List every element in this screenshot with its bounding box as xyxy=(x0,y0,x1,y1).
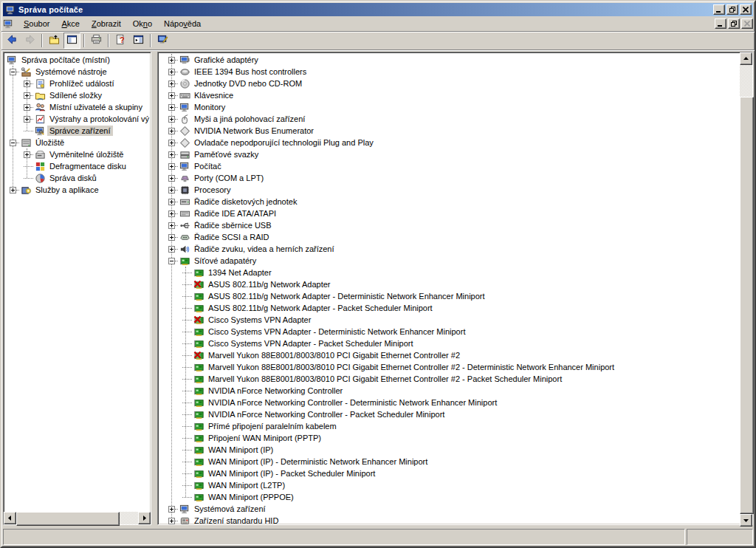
tree-item[interactable]: Prohlížeč událostí xyxy=(4,78,151,89)
tree-item[interactable]: Marvell Yukon 88E8001/8003/8010 PCI Giga… xyxy=(158,349,740,361)
horizontal-scrollbar[interactable] xyxy=(4,512,151,524)
scroll-right-button[interactable] xyxy=(138,512,151,524)
tree-item[interactable]: Defragmentace disku xyxy=(4,160,151,172)
tree-item[interactable]: Řadiče sběrnice USB xyxy=(158,219,740,231)
expand-toggle[interactable] xyxy=(168,199,175,205)
customize-view-button[interactable] xyxy=(154,32,171,49)
restore-button[interactable] xyxy=(726,4,738,15)
expand-toggle[interactable] xyxy=(24,151,30,158)
expand-toggle[interactable] xyxy=(168,69,175,75)
expand-toggle[interactable] xyxy=(168,140,175,146)
tree-item[interactable]: Cisco Systems VPN Adapter - Packet Sched… xyxy=(158,338,740,349)
menu-akce[interactable]: Akce xyxy=(55,17,85,30)
expand-toggle[interactable] xyxy=(24,81,30,87)
collapse-toggle[interactable] xyxy=(168,258,175,264)
tree-item[interactable]: WAN Miniport (IP) xyxy=(158,444,740,456)
show-console-tree-button[interactable] xyxy=(63,32,80,49)
tree-item[interactable]: Připojení WAN Miniport (PPTP) xyxy=(158,432,740,444)
tree-item[interactable]: Síťové adapatéry xyxy=(158,255,740,267)
tree-item[interactable]: Řadiče IDE ATA/ATAPI xyxy=(158,208,740,219)
tree-item[interactable]: NVIDIA nForce Networking Controller - De… xyxy=(158,397,740,408)
tree-item[interactable]: Ovladače nepodporující technologii Plug … xyxy=(158,137,740,148)
scroll-left-button[interactable] xyxy=(4,512,16,524)
tree-item[interactable]: WAN Miniport (PPPOE) xyxy=(158,491,740,503)
tree-item[interactable]: ASUS 802.11b/g Network Adapter xyxy=(158,278,740,290)
help-button[interactable]: ? xyxy=(112,32,129,49)
tree-item[interactable]: Řadiče SCSI a RAID xyxy=(158,231,740,243)
panel-splitter[interactable] xyxy=(151,52,157,525)
print-button[interactable] xyxy=(88,32,105,49)
scrollbar-thumb[interactable] xyxy=(740,97,754,514)
tree-item[interactable]: Počítač xyxy=(158,160,740,172)
tree-item[interactable]: ASUS 802.11b/g Network Adapter - Packet … xyxy=(158,302,740,314)
tree-item[interactable]: Grafické adaptéry xyxy=(158,54,740,66)
expand-toggle[interactable] xyxy=(168,234,175,241)
tree-item[interactable]: Cisco Systems VPN Adapter - Deterministi… xyxy=(158,326,740,338)
tree-item[interactable]: Vyměnitelné úložiště xyxy=(4,148,151,160)
child-restore-button[interactable] xyxy=(728,18,740,29)
expand-toggle[interactable] xyxy=(168,92,175,99)
tree-item[interactable]: 1394 Net Adapter xyxy=(158,267,740,278)
tree-item[interactable]: Služby a aplikace xyxy=(4,184,151,196)
expand-toggle[interactable] xyxy=(168,81,175,87)
tree-item[interactable]: Sdílené složky xyxy=(4,89,151,101)
tree-item[interactable]: Správa počítače (místní) xyxy=(4,54,151,66)
tree-item[interactable]: Porty (COM a LPT) xyxy=(158,172,740,184)
expand-toggle[interactable] xyxy=(10,187,16,193)
scroll-up-button[interactable] xyxy=(740,52,752,65)
expand-toggle[interactable] xyxy=(168,222,175,229)
collapse-toggle[interactable] xyxy=(10,69,16,75)
console-window-icon[interactable] xyxy=(3,18,16,30)
tree-item[interactable]: Přímé připojení paralelním kabelem xyxy=(158,420,740,432)
tree-item[interactable]: Výstrahy a protokolování vý xyxy=(4,113,151,125)
tree-item[interactable]: Řadiče disketových jednotek xyxy=(158,196,740,208)
expand-toggle[interactable] xyxy=(168,128,175,134)
tree-item[interactable]: Zařízení standardu HID xyxy=(158,515,740,524)
up-one-level-button[interactable] xyxy=(46,32,63,49)
tree-item[interactable]: WAN Miniport (IP) - Packet Scheduler Min… xyxy=(158,467,740,479)
menu-soubor[interactable]: Soubor xyxy=(18,17,55,30)
scrollbar-track[interactable] xyxy=(120,512,138,524)
expand-toggle[interactable] xyxy=(168,246,175,253)
tree-item[interactable]: Správa disků xyxy=(4,172,151,184)
tree-item[interactable]: Systémová zařízení xyxy=(158,503,740,515)
tree-item[interactable]: NVIDIA nForce Networking Controller - Pa… xyxy=(158,408,740,420)
menu-okno[interactable]: Okno xyxy=(127,17,158,30)
menu-n-pov-da[interactable]: Nápověda xyxy=(158,17,207,30)
tree-item[interactable]: Myši a jiná polohovací zařízení xyxy=(158,113,740,125)
back-button[interactable] xyxy=(4,32,21,49)
tree-item[interactable]: Jednotky DVD nebo CD-ROM xyxy=(158,78,740,89)
tree-item[interactable]: IEEE 1394 Bus host controllers xyxy=(158,66,740,78)
tree-item[interactable]: Systémové nástroje xyxy=(4,66,151,78)
expand-toggle[interactable] xyxy=(168,104,175,111)
tree-item[interactable]: Marvell Yukon 88E8001/8003/8010 PCI Giga… xyxy=(158,361,740,373)
expand-toggle[interactable] xyxy=(168,163,175,170)
scrollbar-track[interactable] xyxy=(740,65,752,97)
close-button[interactable] xyxy=(740,4,752,15)
expand-toggle[interactable] xyxy=(168,175,175,182)
tree-item[interactable]: WAN Miniport (IP) - Deterministic Networ… xyxy=(158,456,740,467)
expand-toggle[interactable] xyxy=(24,104,30,111)
expand-toggle[interactable] xyxy=(168,506,175,513)
expand-toggle[interactable] xyxy=(168,187,175,193)
scroll-down-button[interactable] xyxy=(740,514,752,527)
child-minimize-button[interactable] xyxy=(715,18,726,29)
expand-toggle[interactable] xyxy=(168,518,175,524)
tree-item[interactable]: Řadiče zvuku, videa a herních zařízení xyxy=(158,243,740,255)
expand-toggle[interactable] xyxy=(168,57,175,64)
menu-zobrazit[interactable]: Zobrazit xyxy=(86,17,127,30)
tree-item[interactable]: NVIDIA Network Bus Enumerator xyxy=(158,125,740,137)
minimize-button[interactable] xyxy=(713,4,725,15)
scrollbar-thumb[interactable] xyxy=(16,512,120,526)
tree-item[interactable]: Místní uživatelé a skupiny xyxy=(4,101,151,113)
tree-item[interactable]: WAN Miniport (L2TP) xyxy=(158,479,740,491)
tree-item[interactable]: Klávesnice xyxy=(158,89,740,101)
tree-item[interactable]: Marvell Yukon 88E8001/8003/8010 PCI Giga… xyxy=(158,373,740,385)
tree-item[interactable]: Procesory xyxy=(158,184,740,196)
tree-item[interactable]: NVIDIA nForce Networking Controller xyxy=(158,385,740,397)
expand-toggle[interactable] xyxy=(168,151,175,158)
tree-item[interactable]: Monitory xyxy=(158,101,740,113)
tree-item[interactable]: Cisco Systems VPN Adapter xyxy=(158,314,740,326)
expand-toggle[interactable] xyxy=(24,92,30,99)
tree-item[interactable]: Paměťové svazky xyxy=(158,148,740,160)
